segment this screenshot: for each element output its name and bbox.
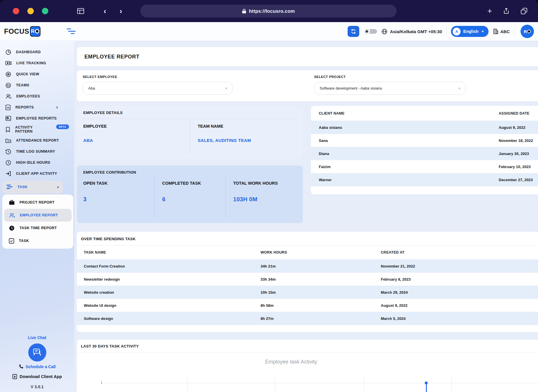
completed-task-value: 6 [162,196,225,203]
overtime-row: Contact Form Creation34h 21mNovember 21,… [77,260,538,273]
sidebar-item-employee-report[interactable]: EMPLOYEE REPORT [4,209,72,222]
dashboard-icon [5,49,11,55]
client-row: WarnerDecember 27, 2023 [311,173,538,186]
sidebar-toggle-icon[interactable] [77,8,84,15]
focusro-logo[interactable]: FOCUS R [4,26,40,37]
clear-employee-icon[interactable]: × [225,86,227,91]
sidebar-item-task-group[interactable]: TASK › [2,181,63,193]
zoom-window-button[interactable] [42,8,48,14]
open-task-label: OPEN TASK [83,181,154,186]
overtime-title: OVER TIME SPENDING TASK [77,237,538,245]
back-icon[interactable]: ‹ [104,7,106,15]
theme-toggle[interactable] [364,28,377,35]
clear-project-icon[interactable]: × [458,86,461,91]
employee-details-card: EMPLOYEE DETAILS EMPLOYEE ABA TEAM NAME … [77,106,303,159]
share-icon[interactable] [503,8,509,15]
employee-reports-icon [5,115,11,121]
download-client-app-button[interactable]: Download Client App [0,374,74,379]
beta-badge: BETA [56,124,69,129]
overtime-row: Website creation10h 15mMarch 29, 2024 [77,286,538,299]
close-window-button[interactable] [13,8,19,14]
created-at-header: CREATED AT [381,250,533,254]
gridline-vertical [364,375,364,392]
address-bar[interactable]: https://focusro.com [140,5,397,17]
sidebar-item-quick-view[interactable]: QUICK VIEW [0,69,74,80]
select-project-label: SELECT PROJECT [314,75,535,79]
sidebar-item-employee-reports[interactable]: EMPLOYEE REPORTS [0,113,74,124]
refresh-button[interactable] [348,26,359,37]
logo-text: FOCUS [4,27,29,35]
organization-name: ABC [500,29,510,34]
attendance-report-icon [5,138,11,143]
history-clock-icon [5,149,11,155]
employee-name-link[interactable]: ABA [83,138,190,143]
sidebar-item-high-idle-hours[interactable]: HIGH IDLE HOURS [0,157,74,168]
sidebar-item-teams[interactable]: TEAMS [0,80,74,91]
client-name-header: CLIENT NAME [319,111,499,115]
chevron-right-icon: › [57,184,59,190]
gridline-vertical [275,375,275,392]
sidebar-collapse-icon[interactable] [67,28,76,34]
contribution-title: EMPLOYEE CONTRIBUTION [83,170,296,174]
filters-card: SELECT EMPLOYEE Aba × SELECT PROJECT Sof… [77,70,538,101]
light-mode-icon [364,28,370,35]
lock-icon [242,9,246,14]
schedule-call-button[interactable]: Schedule a Call [0,364,74,369]
organization-display[interactable]: ABC [493,28,510,34]
sidebar-item-attendance-report[interactable]: ATTENDANCE REPORT [0,135,74,146]
tabs-overview-icon[interactable] [521,8,528,15]
organization-icon [493,28,498,34]
gridline-horizontal [105,383,538,383]
sidebar: DASHBOARD LIVE TRACKING QUICK VIEW TEAMS… [0,41,74,392]
new-tab-icon[interactable]: + [487,7,492,15]
forward-icon[interactable]: › [120,7,122,15]
sidebar-item-project-report[interactable]: PROJECT REPORT [4,196,72,209]
employee-report-icon [9,212,15,218]
phone-icon [19,364,23,369]
completed-task-label: COMPLETED TASK [162,181,225,186]
sidebar-item-employees[interactable]: EMPLOYEES [0,91,74,102]
project-select[interactable]: Software development - Aaba sisianu × [314,82,466,95]
globe-icon [381,28,387,35]
employee-details-title: EMPLOYEE DETAILS [83,111,296,119]
sidebar-item-live-tracking[interactable]: LIVE TRACKING [0,58,74,69]
sidebar-item-dashboard[interactable]: DASHBOARD [0,47,74,58]
sidebar-item-activity-pattern[interactable]: ACTIVITY PATTERN BETA [0,124,74,135]
client-table-card: CLIENT NAME ASSIGNED DATE Aaba sisianuAu… [311,106,538,194]
sidebar-item-task[interactable]: TASK [4,234,72,247]
sidebar-item-client-app-activity[interactable]: CLIENT APP ACTIVITY [0,168,74,179]
data-point[interactable] [425,382,428,384]
app-version: V 3.0.1 [0,384,74,389]
language-selector[interactable]: A English ▼ [451,26,488,37]
app-header: FOCUS R [0,22,538,41]
browser-chrome: ‹ › https://focusro.com + [0,0,538,22]
team-name-link[interactable]: SALES, AUDITING TEAM [198,138,296,143]
user-avatar[interactable]: R [521,25,534,38]
chevron-right-icon: › [56,104,58,110]
teams-icon [5,82,11,88]
live-chat-button[interactable] [28,343,46,361]
gridline-vertical [187,375,187,392]
project-select-value: Software development - Aaba sisianu [320,86,382,90]
sidebar-footer: Live Chat Schedule a Call Download Clien… [0,335,74,389]
chart-title: Employee task Activity [77,359,505,365]
page-title: EMPLOYEE REPORT [84,54,139,60]
timezone-display[interactable]: Asia/Kolkata GMT +05:30 [381,28,442,35]
filled-clock-icon [9,225,15,231]
minimize-window-button[interactable] [27,8,34,14]
checkbox-icon [9,238,14,244]
bookmark-icon [5,126,10,133]
task-name-header: TASK NAME [84,250,261,254]
employee-contribution-card: EMPLOYEE CONTRIBUTION OPEN TASK 3 COMPLE… [77,165,303,223]
y-axis-tick: 1 [101,381,102,384]
sidebar-item-reports[interactable]: REPORTS › [0,102,74,113]
task-list-icon [6,184,13,190]
login-arrow-icon [5,171,11,177]
overtime-row: Newsletter redesign33h 34mFebruary 8, 20… [77,273,538,286]
overtime-row: Software design8h 27mMarch 5, 2024 [77,312,538,325]
employee-select[interactable]: Aba × [83,82,233,95]
sidebar-item-task-time-report[interactable]: TASK TIME REPORT [4,222,72,234]
select-employee-label: SELECT EMPLOYEE [83,75,314,79]
gridline-vertical [452,375,452,392]
sidebar-item-time-log-summary[interactable]: TIME LOG SUMMARY [0,146,74,157]
